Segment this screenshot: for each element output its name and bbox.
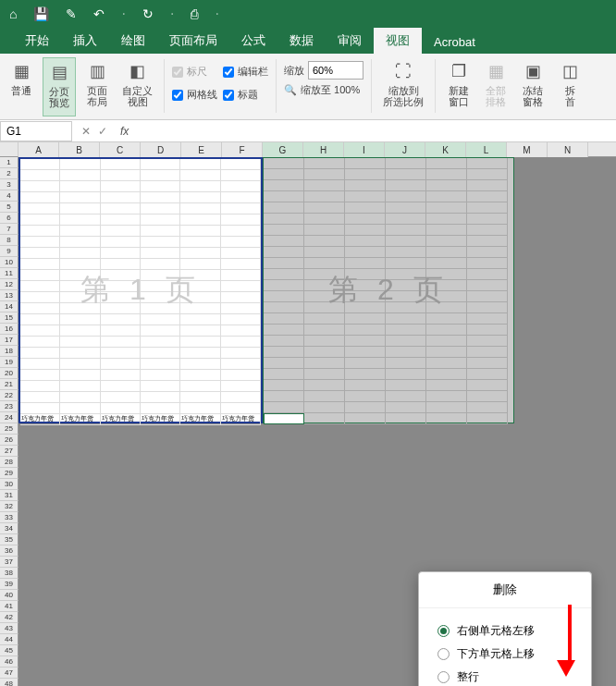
cell[interactable]: [141, 370, 180, 381]
row-header[interactable]: 25: [0, 423, 18, 435]
row-header[interactable]: 4: [0, 190, 18, 202]
cell[interactable]: [60, 270, 100, 281]
cell[interactable]: [426, 214, 467, 225]
cell[interactable]: [101, 181, 141, 192]
cell[interactable]: [345, 291, 386, 302]
cell[interactable]: 巧克力年货: [60, 414, 100, 425]
cell[interactable]: [345, 347, 386, 358]
arrange-button[interactable]: ▦ 全部 排格: [480, 57, 511, 116]
option-shift-up[interactable]: 下方单元格上移: [437, 643, 573, 666]
cell[interactable]: [426, 336, 467, 347]
cell[interactable]: [467, 247, 508, 258]
cell[interactable]: [304, 313, 345, 325]
cell[interactable]: [426, 325, 467, 336]
cell[interactable]: [60, 325, 100, 337]
cell[interactable]: [221, 214, 261, 226]
cell[interactable]: [467, 280, 508, 291]
cell[interactable]: [101, 259, 141, 270]
cell[interactable]: [141, 348, 180, 359]
gridlines-checkbox[interactable]: 网格线: [172, 86, 217, 104]
cell[interactable]: [264, 158, 304, 169]
cell[interactable]: [141, 359, 180, 370]
cell[interactable]: [141, 237, 180, 248]
cell[interactable]: [221, 170, 261, 181]
column-header[interactable]: D: [141, 142, 181, 157]
tab-formulas[interactable]: 公式: [229, 28, 277, 54]
cell[interactable]: [221, 237, 261, 248]
cell[interactable]: [60, 370, 100, 381]
cell[interactable]: [426, 247, 467, 258]
cell[interactable]: [264, 202, 304, 214]
cell[interactable]: [101, 303, 141, 314]
cell[interactable]: [304, 169, 345, 180]
cell[interactable]: [180, 292, 220, 303]
cell[interactable]: [264, 214, 304, 225]
row-header[interactable]: 44: [0, 634, 18, 645]
cell[interactable]: [60, 259, 100, 270]
cell[interactable]: [386, 347, 426, 358]
cell[interactable]: [264, 180, 304, 191]
cell[interactable]: [386, 391, 426, 402]
cell[interactable]: [60, 181, 100, 192]
cell[interactable]: [467, 191, 508, 202]
cell[interactable]: [180, 403, 220, 414]
row-header[interactable]: 26: [0, 435, 18, 446]
view-custom-button[interactable]: ◧ 自定义 视图: [118, 57, 156, 116]
cell[interactable]: [467, 291, 508, 302]
cell[interactable]: [304, 358, 345, 369]
column-header[interactable]: M: [507, 142, 548, 157]
cell[interactable]: [304, 258, 345, 269]
cell[interactable]: [180, 192, 220, 203]
column-header[interactable]: L: [466, 142, 507, 157]
cell[interactable]: [180, 270, 220, 281]
cell[interactable]: [20, 214, 60, 226]
cell[interactable]: [141, 203, 180, 214]
cell[interactable]: [467, 269, 508, 280]
row-header[interactable]: 29: [0, 468, 18, 479]
row-header[interactable]: 22: [0, 390, 18, 401]
cell[interactable]: [141, 226, 180, 237]
cell[interactable]: [221, 314, 261, 325]
cell[interactable]: [264, 258, 304, 269]
cell[interactable]: [141, 248, 180, 259]
cell[interactable]: [386, 369, 426, 380]
view-pagebreak-button[interactable]: ▤ 分页 预览: [43, 57, 76, 116]
cell[interactable]: [264, 402, 304, 413]
cell[interactable]: [60, 226, 100, 237]
cell[interactable]: [20, 314, 60, 325]
cell[interactable]: [101, 226, 141, 237]
cell[interactable]: [345, 313, 386, 325]
cell[interactable]: [180, 259, 220, 270]
row-header[interactable]: 8: [0, 235, 18, 246]
row-header[interactable]: 11: [0, 268, 18, 279]
cell[interactable]: [426, 169, 467, 180]
cell[interactable]: [221, 303, 261, 314]
cell[interactable]: [180, 237, 220, 248]
cell[interactable]: [221, 348, 261, 359]
cell[interactable]: [467, 225, 508, 236]
cell[interactable]: [467, 258, 508, 269]
row-header[interactable]: 45: [0, 645, 18, 656]
cell[interactable]: [426, 191, 467, 202]
cell[interactable]: [304, 402, 345, 413]
cell[interactable]: [60, 337, 100, 348]
cell[interactable]: 巧克力年货: [20, 414, 60, 425]
cell[interactable]: [264, 225, 304, 236]
cell[interactable]: [467, 158, 508, 169]
cell[interactable]: [264, 291, 304, 302]
row-header[interactable]: 43: [0, 623, 18, 634]
cell[interactable]: [221, 226, 261, 237]
cell[interactable]: [60, 348, 100, 359]
cell[interactable]: [426, 269, 467, 280]
cell[interactable]: [304, 391, 345, 402]
cell[interactable]: [101, 292, 141, 303]
cell[interactable]: [345, 258, 386, 269]
cell[interactable]: [180, 392, 220, 403]
cell[interactable]: [20, 281, 60, 292]
cell[interactable]: [304, 269, 345, 280]
enter-formula-icon[interactable]: ✓: [98, 125, 107, 138]
cell[interactable]: [386, 269, 426, 280]
cell[interactable]: [20, 403, 60, 414]
cell[interactable]: [426, 291, 467, 302]
cell[interactable]: [304, 247, 345, 258]
